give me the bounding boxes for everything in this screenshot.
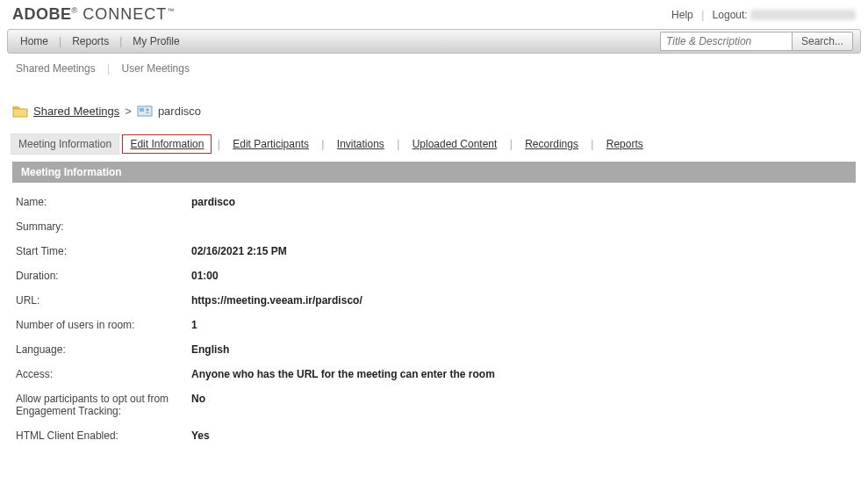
label-language: Language: [12, 337, 188, 362]
logo-connect: CONNECT [82, 5, 167, 23]
row-start-time: Start Time: 02/16/2021 2:15 PM [12, 239, 856, 263]
tab-invitations[interactable]: Invitations [330, 134, 391, 154]
separator: | [107, 62, 110, 75]
label-num-users: Number of users in room: [12, 313, 188, 337]
row-language: Language: English [12, 337, 856, 362]
value-language: English [188, 337, 856, 362]
logo: ADOBE® CONNECT™ [12, 5, 175, 24]
meeting-icon [137, 105, 153, 118]
tab-uploaded-content[interactable]: Uploaded Content [405, 134, 505, 154]
value-duration: 01:00 [188, 263, 856, 288]
label-start-time: Start Time: [12, 239, 188, 263]
separator: | [218, 138, 220, 150]
separator: | [59, 35, 61, 47]
row-duration: Duration: 01:00 [12, 263, 856, 288]
label-name: Name: [12, 190, 188, 214]
subnav-shared-meetings[interactable]: Shared Meetings [16, 62, 96, 75]
value-html-client: Yes [188, 423, 856, 448]
row-summary: Summary: [12, 214, 856, 239]
svg-point-2 [146, 109, 148, 112]
folder-icon [12, 105, 28, 118]
search-button[interactable]: Search... [792, 32, 853, 51]
breadcrumb-separator: > [125, 105, 132, 118]
value-url[interactable]: https://meeting.veeam.ir/pardisco/ [191, 294, 362, 307]
separator: | [701, 9, 704, 21]
label-access: Access: [12, 362, 188, 386]
tab-edit-information[interactable]: Edit Information [122, 134, 212, 154]
tab-meeting-information[interactable]: Meeting Information [11, 134, 119, 155]
value-name: pardisco [188, 190, 856, 214]
logout-link[interactable]: Logout: [713, 9, 748, 21]
value-access: Anyone who has the URL for the meeting c… [188, 362, 856, 386]
row-opt-out: Allow participants to opt out from Engag… [12, 386, 856, 423]
nav-my-profile[interactable]: My Profile [127, 35, 184, 47]
subnav-user-meetings[interactable]: User Meetings [122, 62, 190, 75]
row-name: Name: pardisco [12, 190, 856, 214]
breadcrumb: Shared Meetings > pardisco [0, 80, 868, 134]
separator: | [591, 138, 593, 150]
label-duration: Duration: [12, 263, 188, 288]
row-access: Access: Anyone who has the URL for the m… [12, 362, 856, 386]
panel-title: Meeting Information [12, 162, 856, 183]
breadcrumb-current: pardisco [158, 105, 201, 118]
value-opt-out: No [188, 386, 856, 423]
row-html-client: HTML Client Enabled: Yes [12, 423, 856, 448]
separator: | [510, 138, 513, 150]
username-redacted [750, 10, 856, 20]
separator: | [397, 138, 399, 150]
logo-adobe: ADOBE [12, 5, 72, 23]
breadcrumb-shared-meetings[interactable]: Shared Meetings [33, 105, 119, 118]
row-num-users: Number of users in room: 1 [12, 313, 856, 337]
value-start-time: 02/16/2021 2:15 PM [188, 239, 856, 263]
separator: | [119, 35, 122, 47]
search-input[interactable] [660, 32, 792, 51]
value-num-users: 1 [188, 313, 856, 337]
label-html-client: HTML Client Enabled: [12, 423, 188, 448]
svg-rect-1 [140, 108, 144, 112]
nav-reports[interactable]: Reports [67, 35, 114, 47]
tab-recordings[interactable]: Recordings [518, 134, 585, 154]
value-summary [188, 214, 856, 239]
nav-home[interactable]: Home [15, 35, 54, 47]
label-opt-out: Allow participants to opt out from Engag… [12, 386, 188, 423]
help-link[interactable]: Help [671, 9, 693, 21]
label-url: URL: [12, 288, 188, 313]
label-summary: Summary: [12, 214, 188, 239]
separator: | [321, 138, 324, 150]
tab-edit-participants[interactable]: Edit Participants [226, 134, 316, 154]
row-url: URL: https://meeting.veeam.ir/pardisco/ [12, 288, 856, 313]
tab-reports[interactable]: Reports [599, 134, 650, 154]
